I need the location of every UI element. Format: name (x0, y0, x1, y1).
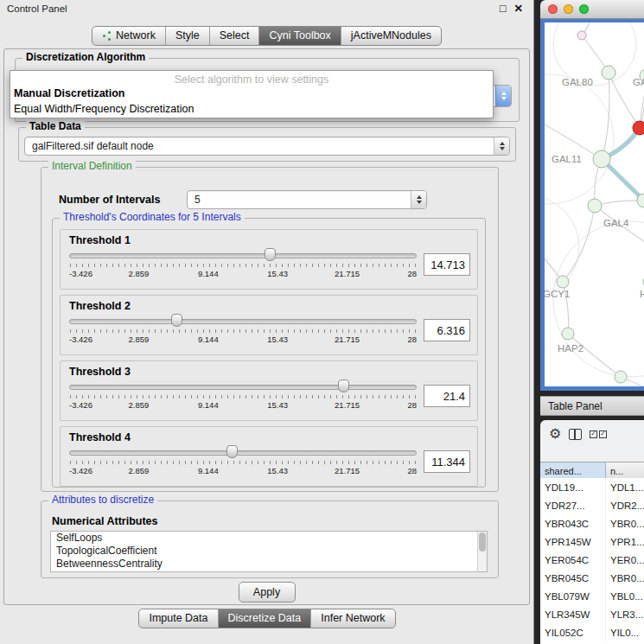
combo-stepper-icon[interactable] (495, 86, 511, 106)
gear-icon[interactable]: ⚙ (549, 427, 561, 441)
float-window-icon[interactable]: □ (500, 3, 507, 14)
tab-network[interactable]: Network (92, 27, 165, 45)
slider-track[interactable] (69, 319, 417, 324)
slider-scale: -3.4262.8599.14415.4321.71528 (69, 466, 417, 476)
threshold-value-box[interactable]: 14.713 (424, 253, 470, 276)
popup-item[interactable]: Equal Width/Frequency Discretization (10, 101, 493, 117)
control-panel-titlebar: Control Panel □ ✕ (0, 0, 533, 17)
network-edge[interactable] (602, 73, 609, 159)
network-edge[interactable] (545, 118, 602, 159)
number-of-intervals-combobox[interactable]: 5 (187, 190, 427, 209)
columns-icon[interactable] (569, 429, 582, 440)
algorithm-dropdown-popup: Select algorithm to view settings Manual… (10, 70, 494, 118)
table-cell: YPR145W (540, 532, 606, 551)
network-node[interactable] (615, 371, 627, 383)
table-data-title: Table Data (26, 121, 85, 132)
table-header-row: shared... n... (540, 462, 644, 480)
slider-track[interactable] (69, 450, 417, 456)
slider-track[interactable] (69, 385, 417, 390)
network-node[interactable] (633, 121, 644, 135)
node-label: GAL80 (562, 77, 593, 87)
attribute-list-scrollbar[interactable] (477, 532, 487, 571)
close-window-icon[interactable]: ✕ (514, 3, 523, 14)
apply-button[interactable]: Apply (239, 582, 296, 603)
close-traffic-light-icon[interactable] (548, 4, 558, 14)
threshold-slider[interactable]: -3.4262.8599.14415.4321.71528 (69, 312, 417, 350)
threshold-value-box[interactable]: 21.4 (424, 385, 470, 407)
table-row[interactable]: YPR145WYPR1... (540, 532, 644, 551)
threshold-slider[interactable]: -3.4262.8599.14415.4321.71528 (69, 443, 417, 481)
table-row[interactable]: YIL052CYIL0... (540, 623, 644, 641)
minimize-traffic-light-icon[interactable] (564, 4, 573, 14)
slider-thumb[interactable] (226, 445, 238, 458)
threshold-panel: Threshold 4 -3.4262.8599.14415.4321.7152… (60, 426, 478, 487)
table-cell: YIL0... (606, 628, 644, 638)
attribute-item[interactable]: TopologicalCoefficient (51, 545, 487, 558)
network-edge[interactable] (640, 57, 644, 128)
scrollbar-thumb[interactable] (479, 532, 486, 552)
bottom-tab-bar: Impute DataDiscretize DataInfer Network (138, 609, 395, 628)
bottom-tab-discretize-data[interactable]: Discretize Data (218, 609, 311, 628)
table-panel-titlebar[interactable]: Table Panel (540, 396, 644, 416)
table-body[interactable]: YDL19...YDL1...YDR27...YDR2...YBR043CYBR… (540, 478, 644, 644)
table-cell: YDL19... (540, 478, 606, 496)
table-data-combobox[interactable]: galFiltered.sif default node (24, 137, 510, 156)
table-row[interactable]: YBR045CYBR0... (540, 569, 644, 587)
node-gcy1[interactable] (557, 276, 569, 288)
slider-thumb[interactable] (265, 248, 276, 261)
network-canvas-svg: GAL80GAGAL11GAL4GCY1HHAP2 (545, 22, 644, 386)
select-attributes-icon[interactable] (590, 430, 607, 438)
combo-stepper-icon[interactable] (411, 191, 426, 208)
network-edge[interactable] (568, 334, 621, 377)
scale-label: 21.715 (335, 400, 360, 410)
tab-style[interactable]: Style (165, 27, 209, 45)
zoom-traffic-light-icon[interactable] (579, 4, 589, 14)
table-cell: YPR1... (606, 537, 644, 547)
threshold-slider[interactable]: -3.4262.8599.14415.4321.71528 (69, 246, 417, 284)
tab-cyni-toolbox[interactable]: Cyni Toolbox (258, 27, 340, 45)
control-panel-title: Control Panel (7, 3, 67, 14)
bottom-tab-impute-data[interactable]: Impute Data (139, 609, 217, 628)
tab-label: jActiveMNodules (351, 29, 431, 41)
tab-select[interactable]: Select (209, 27, 259, 45)
network-canvas[interactable]: GAL80GAGAL11GAL4GCY1HHAP2 (545, 22, 644, 386)
threshold-value-box[interactable]: 11.344 (424, 450, 470, 473)
node-hap2[interactable] (562, 328, 574, 340)
slider-ticks (70, 395, 416, 399)
column-header-name[interactable]: n... (606, 462, 644, 479)
tab-jactivemnodules[interactable]: jActiveMNodules (341, 27, 441, 45)
table-row[interactable]: YER054CYER0... (540, 551, 644, 569)
attributes-group: Attributes to discretize Numerical Attri… (41, 501, 499, 578)
attribute-item[interactable]: BetweennessCentrality (51, 558, 487, 571)
bottom-tab-infer-network[interactable]: Infer Network (310, 609, 394, 628)
node-gal80[interactable] (602, 66, 615, 80)
table-row[interactable]: YDR27...YDR2... (540, 496, 644, 514)
network-node[interactable] (577, 31, 586, 40)
network-edge[interactable] (595, 201, 644, 206)
scale-label: -3.426 (69, 466, 92, 475)
slider-track[interactable] (69, 253, 417, 258)
table-row[interactable]: YDL19...YDL1... (540, 478, 644, 496)
table-row[interactable]: YBR043CYBR0... (540, 514, 644, 532)
node-gal11[interactable] (593, 150, 610, 168)
scale-label: 9.144 (198, 335, 219, 344)
numeric-attribute-list[interactable]: SelfLoopsTopologicalCoefficientBetweenne… (50, 531, 488, 572)
node-gal4[interactable] (588, 199, 602, 213)
threshold-slider[interactable]: -3.4262.8599.14415.4321.71528 (69, 378, 417, 416)
threshold-value-box[interactable]: 6.316 (424, 319, 470, 341)
slider-thumb[interactable] (171, 314, 182, 327)
interval-definition-title: Interval Definition (48, 161, 136, 172)
slider-ticks (70, 461, 416, 464)
table-cell: YDR27... (540, 496, 606, 514)
popup-item[interactable]: Manual Discretization (10, 86, 493, 101)
table-row[interactable]: YLR345WYLR3... (540, 605, 644, 623)
combo-stepper-icon[interactable] (494, 137, 509, 155)
scale-label: 15.43 (267, 269, 288, 278)
table-cell: YIL052C (540, 623, 606, 641)
slider-thumb[interactable] (338, 379, 349, 392)
threshold-panel: Threshold 1 -3.4262.8599.14415.4321.7152… (60, 229, 478, 290)
scale-label: 15.43 (267, 335, 288, 344)
attribute-item[interactable]: SelfLoops (51, 532, 487, 545)
column-header-shared-name[interactable]: shared... (540, 462, 606, 479)
table-row[interactable]: YBL079WYBL0... (540, 587, 644, 605)
